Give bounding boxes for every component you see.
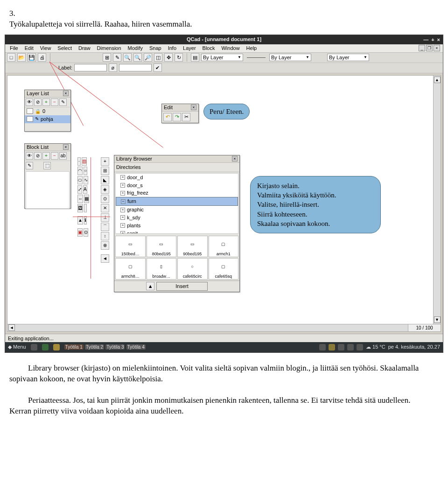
battery-icon[interactable]: [357, 344, 363, 351]
workspace-4[interactable]: Työtila 4: [126, 344, 146, 350]
zoom-auto-button[interactable]: 🔎: [144, 53, 152, 62]
workspace-1[interactable]: Työtila 1: [64, 344, 84, 350]
tree-item[interactable]: +sanit: [116, 230, 238, 234]
layer-row[interactable]: ✎ pohja: [25, 115, 70, 123]
workspace-3[interactable]: Työtila 3: [105, 344, 125, 350]
titlebar[interactable]: QCad - [unnamed document 1] — + ×: [5, 35, 443, 44]
visibility-icon[interactable]: [27, 116, 33, 122]
add-icon[interactable]: +: [42, 152, 50, 160]
lineweight-combo[interactable]: By Layer ▼: [269, 54, 311, 61]
panel-close-icon[interactable]: ×: [63, 91, 69, 96]
snap-end-tool[interactable]: ◣: [101, 176, 109, 184]
redraw-button[interactable]: ↻: [175, 53, 183, 62]
insert-button[interactable]: Insert: [156, 282, 208, 291]
snap-grid-button[interactable]: ⊞: [103, 53, 111, 62]
scrollbar-horizontal[interactable]: ◄ ►: [7, 324, 432, 331]
menu-modify[interactable]: Modify: [125, 45, 146, 52]
library-thumb[interactable]: ▭80bed195: [147, 236, 177, 257]
remove-icon[interactable]: −: [51, 152, 58, 160]
network-icon[interactable]: [338, 344, 344, 351]
rename-icon[interactable]: ab: [59, 152, 67, 160]
info-tool[interactable]: ℹ: [84, 216, 87, 224]
value-input[interactable]: [119, 64, 152, 71]
library-thumb[interactable]: ▢armch1: [209, 236, 239, 257]
tree-item-selected[interactable]: −furn: [116, 197, 238, 206]
diameter-button[interactable]: ø: [109, 63, 117, 72]
library-thumb[interactable]: ○cafe65circ: [177, 258, 208, 280]
expand-icon[interactable]: +: [120, 175, 125, 180]
back-tool[interactable]: ◄: [101, 254, 109, 263]
mdi-minimize-icon[interactable]: _: [419, 45, 425, 51]
redo-button[interactable]: ↷: [173, 113, 181, 121]
insert-block-icon[interactable]: ⬚: [43, 162, 51, 169]
edit-block-icon[interactable]: ✎: [26, 162, 33, 169]
block-list-panel[interactable]: Block List × 👁 ⊘ + − ab ✎ ⬚: [24, 143, 71, 209]
linetype-combo[interactable]: By Layer ▼: [201, 54, 243, 61]
point-tool[interactable]: ·: [77, 157, 81, 166]
menu-view[interactable]: View: [37, 45, 54, 52]
layer-button[interactable]: ▤: [191, 53, 199, 62]
library-thumb[interactable]: ▢armch8…: [115, 258, 146, 280]
library-browser-panel[interactable]: Library Browser × Directories +door_d +d…: [114, 155, 240, 292]
hide-icon[interactable]: ⊘: [34, 152, 42, 160]
zoom-in-button[interactable]: 🔍: [123, 53, 132, 62]
new-button[interactable]: □: [7, 53, 15, 62]
menu-snap[interactable]: Snap: [147, 45, 164, 52]
menu-info[interactable]: Info: [165, 45, 179, 52]
library-thumb[interactable]: ▯broadw…: [147, 258, 177, 280]
lock-icon[interactable]: ✎: [35, 116, 39, 122]
save-button[interactable]: 💾: [28, 53, 36, 62]
menu-dimension[interactable]: Dimension: [94, 45, 124, 52]
print-button[interactable]: 🖨: [38, 53, 46, 62]
scroll-left-icon[interactable]: ◄: [8, 324, 15, 331]
expand-icon[interactable]: +: [120, 208, 125, 212]
hatch-tool[interactable]: ▦: [84, 195, 89, 203]
expand-icon[interactable]: +: [120, 223, 125, 228]
menu-file[interactable]: File: [7, 45, 21, 52]
snap-tan-tool[interactable]: ⌒: [101, 223, 109, 231]
mdi-restore-icon[interactable]: ❐: [426, 45, 433, 51]
lock-icon[interactable]: [329, 344, 335, 351]
edit-icon[interactable]: ✎: [59, 98, 67, 106]
snap-mid-tool[interactable]: ◈: [101, 185, 109, 194]
edit-toolbar[interactable]: Edit × ↶ ↷ ✂: [161, 104, 199, 123]
expand-icon[interactable]: +: [120, 191, 125, 196]
hide-icon[interactable]: ⊘: [34, 98, 42, 106]
snap-end-button[interactable]: ✎: [113, 53, 121, 62]
menu-help[interactable]: Help: [244, 45, 260, 52]
dimension-tool[interactable]: ↔: [77, 195, 83, 203]
collapse-icon[interactable]: −: [121, 199, 126, 204]
visibility-icon[interactable]: [27, 108, 33, 114]
library-thumb[interactable]: ▭90bed195: [177, 236, 208, 257]
scrollbar-vertical[interactable]: ▲ ▼: [433, 76, 441, 324]
label-input[interactable]: [74, 64, 107, 71]
cut-button[interactable]: ✂: [182, 113, 190, 121]
clock[interactable]: pe 4. kesäkuuta, 20.27: [388, 344, 440, 351]
weather-widget[interactable]: ☁ 15 °C: [366, 344, 385, 351]
blank-tool[interactable]: [84, 204, 87, 212]
tree-item[interactable]: +frig_freez: [116, 189, 238, 197]
snap-inter-tool[interactable]: ✕: [101, 204, 109, 212]
menu-select[interactable]: Select: [55, 45, 75, 52]
polyline-tool[interactable]: ⤢: [77, 185, 82, 194]
tray-icon[interactable]: [319, 344, 326, 351]
apply-button[interactable]: ✔: [154, 63, 162, 72]
image-tool[interactable]: 🖼: [77, 204, 83, 212]
select-tool[interactable]: ▣: [77, 228, 83, 237]
menu-window[interactable]: Window: [218, 45, 242, 52]
eye-icon[interactable]: 👁: [26, 98, 33, 106]
modify-tool[interactable]: ▲: [77, 216, 83, 224]
layer-row[interactable]: 🔒 0: [25, 107, 70, 115]
line-tool[interactable]: ▨: [82, 157, 87, 166]
menu-block[interactable]: Block: [200, 45, 218, 52]
snap-dist-tool[interactable]: ↕: [101, 232, 109, 240]
tree-item[interactable]: +door_d: [116, 174, 238, 182]
zoom-out-button[interactable]: 🔍: [133, 53, 142, 62]
library-thumb[interactable]: ▭150bed…: [115, 236, 146, 257]
drawing-canvas[interactable]: Layer List × 👁 ⊘ + − ✎ 🔒 0 ✎ pohj: [7, 75, 441, 332]
add-icon[interactable]: +: [42, 98, 50, 106]
undo-button[interactable]: ↶: [163, 113, 172, 121]
color-combo[interactable]: By Layer ▼: [327, 54, 369, 61]
remove-icon[interactable]: −: [51, 98, 58, 106]
snap-perp-tool[interactable]: ⊥: [101, 213, 109, 222]
